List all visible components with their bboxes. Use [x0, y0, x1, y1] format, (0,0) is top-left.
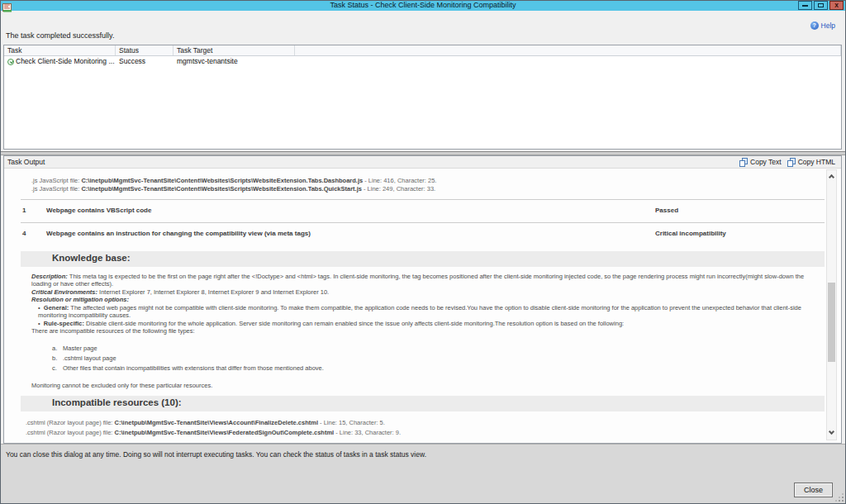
resource-list: .cshtml (Razor layout page) file: C:\ine… [26, 418, 825, 438]
copy-text-button[interactable]: Copy Text [739, 158, 782, 167]
scrollbar-thumb[interactable] [828, 283, 835, 362]
file-type-list: a.Master page b..cshtml layout page c.Ot… [52, 344, 825, 373]
task-output-title: Task Output [4, 158, 739, 166]
window-controls: X [798, 1, 844, 10]
window-title: Task Status - Check Client-Side Monitori… [0, 0, 846, 11]
minimize-button[interactable] [798, 1, 812, 10]
task-status: Success [116, 56, 173, 67]
rule-text: Webpage contains VBScript code [46, 207, 655, 215]
copy-icon [739, 158, 749, 167]
chevron-up-icon [829, 174, 834, 180]
monitoring-note: Monitoring cannot be excluded only for t… [31, 382, 825, 390]
description-paragraph: Description: This meta tag is expected t… [31, 273, 806, 288]
success-check-icon [7, 59, 14, 65]
footer-note: You can close this dialog at any time. D… [6, 450, 426, 459]
task-output-header: Task Output Copy Text Copy HTML [4, 156, 841, 169]
knowledge-base-heading: Knowledge base: [21, 251, 825, 267]
task-table: Task Status Task Target Check Client-Sid… [3, 45, 842, 150]
rule-number: 1 [22, 207, 46, 215]
task-output-panel: Task Output Copy Text Copy HTML .js Java… [3, 155, 842, 444]
file-types-intro: There are incompatible resources of the … [31, 327, 806, 335]
close-window-button[interactable]: X [829, 1, 844, 10]
chevron-down-icon [829, 429, 834, 435]
resize-grip-icon[interactable] [842, 500, 844, 502]
file-path: C:\inetpub\MgmtSvc-TenantSite\Views\Acco… [115, 419, 318, 426]
bullet-rule-specific: • Rule-specific: Disable client-side mon… [31, 320, 806, 328]
vertical-scrollbar[interactable] [826, 169, 837, 440]
rule-row: 4 Webpage contains an instruction for ch… [21, 223, 825, 245]
column-header-target[interactable]: Task Target [173, 45, 295, 55]
copy-icon [787, 158, 796, 167]
rule-text: Webpage contains an instruction for chan… [46, 230, 655, 238]
column-header-task[interactable]: Task [4, 45, 116, 55]
copy-html-button[interactable]: Copy HTML [787, 158, 835, 167]
list-item: a.Master page [52, 344, 825, 354]
column-header-empty [295, 45, 841, 55]
maximize-icon [818, 3, 824, 7]
copy-html-label: Copy HTML [798, 158, 835, 166]
task-output-report: .js JavaScript file: C:\inetpub\MgmtSvc-… [21, 169, 825, 443]
minimize-icon [802, 5, 808, 7]
maximize-button[interactable] [814, 1, 828, 10]
list-item: c.Other files that contain incompatibili… [52, 364, 825, 373]
js-file-list: .js JavaScript file: C:\inetpub\MgmtSvc-… [31, 177, 825, 193]
titlebar: Task Status - Check Client-Side Monitori… [0, 0, 846, 11]
task-target: mgmtsvc-tenantsite [173, 56, 295, 67]
task-status-message: The task completed successfully. [6, 31, 114, 40]
rule-row: 1 Webpage contains VBScript code Passed [21, 200, 825, 223]
column-header-status[interactable]: Status [116, 45, 173, 55]
resource-line: .cshtml (Razor layout page) file: C:\ine… [26, 428, 825, 438]
rule-number: 4 [22, 230, 46, 238]
help-icon: ? [810, 21, 819, 30]
incompatible-resources-heading: Incompatible resources (10): [21, 396, 825, 411]
file-path: C:\inetpub\MgmtSvc-TenantSite\Views\Fede… [115, 429, 335, 436]
rule-result: Passed [655, 207, 825, 215]
copy-text-label: Copy Text [750, 158, 782, 166]
scroll-down-button[interactable] [829, 430, 834, 436]
resolution-heading: Resolution or mitigation options: [31, 296, 806, 304]
bullet-general: • General: The affected web pages might … [31, 304, 806, 320]
close-button[interactable]: Close [794, 483, 833, 497]
critical-environments-paragraph: Critical Environments: Internet Explorer… [31, 288, 806, 297]
help-label: Help [821, 21, 835, 30]
footer-bar: You can close this dialog at any time. D… [0, 444, 846, 504]
file-path: C:\inetpub\MgmtSvc-TenantSite\Content\We… [81, 177, 363, 184]
list-item: b..cshtml layout page [52, 354, 825, 364]
task-name: Check Client-Side Monitoring ... [16, 56, 115, 67]
file-path: C:\inetpub\MgmtSvc-TenantSite\Content\We… [81, 185, 362, 193]
table-header-row: Task Status Task Target [4, 45, 841, 56]
resource-line: .cshtml (Razor layout page) file: C:\ine… [26, 418, 825, 428]
scroll-up-button[interactable] [829, 174, 834, 179]
js-file-line: .js JavaScript file: C:\inetpub\MgmtSvc-… [31, 185, 825, 193]
help-link[interactable]: ? Help [810, 21, 835, 30]
rule-result: Critical incompatibility [655, 230, 825, 238]
close-icon: X [834, 2, 839, 9]
knowledge-base-body: Description: This meta tag is expected t… [31, 273, 806, 335]
table-row[interactable]: Check Client-Side Monitoring ... Success… [4, 56, 841, 67]
js-file-line: .js JavaScript file: C:\inetpub\MgmtSvc-… [31, 177, 825, 185]
